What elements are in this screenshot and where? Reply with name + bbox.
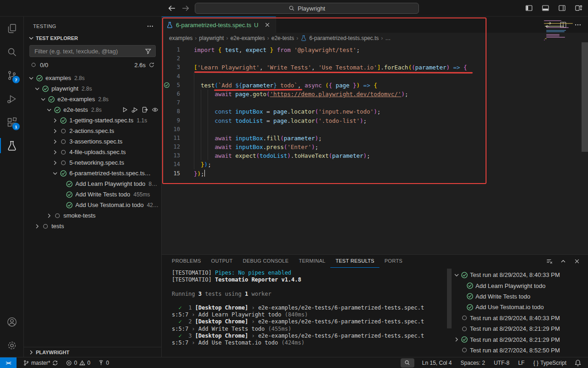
toggle-panel-icon[interactable] — [542, 4, 549, 12]
test-results-output[interactable]: [TESTOMATIO] Pipes: No pipes enabled[TES… — [162, 268, 452, 357]
test-tree-item[interactable]: Add Use Testomat.io todo42… — [24, 200, 161, 210]
close-icon[interactable] — [573, 258, 581, 265]
customize-layout-icon[interactable] — [575, 4, 582, 12]
test-run-item[interactable]: Test run at 8/27/2024, 8:52:50 PM — [452, 345, 588, 356]
code-editor[interactable]: 1import { test, expect } from '@playwrig… — [162, 44, 588, 254]
test-run-item[interactable]: Test run at 8/29/2024, 8:21:29 PM — [452, 334, 588, 345]
run-test-icon[interactable] — [121, 106, 128, 113]
watch-test-icon[interactable] — [152, 106, 158, 113]
test-tree-item[interactable]: 4-file-uploads.spec.ts — [24, 147, 161, 157]
breadcrumb-item[interactable]: e2e-tests — [271, 35, 294, 41]
close-icon[interactable] — [264, 21, 271, 29]
encoding-item[interactable]: UTF-8 — [493, 357, 510, 368]
editor-scrollbar[interactable] — [582, 42, 588, 152]
breadcrumb: examples›playwright›e2e-examples›e2e-tes… — [162, 33, 588, 44]
test-run-item[interactable]: Add Learn Playwright todo — [452, 280, 588, 291]
chevron-down-icon[interactable] — [34, 85, 41, 92]
toggle-secondary-sidebar-icon[interactable] — [558, 4, 566, 12]
test-tree-item[interactable]: 6-parametrized-tests.spec.ts… — [24, 168, 161, 178]
test-run-item[interactable]: Test run at 8/29/2024, 8:21:29 PM — [452, 323, 588, 334]
chevron-down-icon[interactable] — [51, 170, 59, 177]
chevron-right-icon[interactable] — [51, 117, 59, 124]
filter-icon[interactable] — [145, 48, 152, 55]
test-tree-item[interactable]: smoke-tests — [24, 210, 161, 221]
more-actions-icon[interactable] — [147, 23, 154, 30]
panel-tab-terminal[interactable]: TERMINAL — [294, 255, 330, 268]
chevron-right-icon[interactable] — [51, 149, 59, 156]
breadcrumb-item[interactable]: examples — [169, 35, 192, 41]
chevron-down-icon[interactable] — [40, 96, 47, 103]
back-arrow-icon[interactable] — [167, 4, 176, 13]
test-item-duration: 2.8s — [91, 107, 102, 113]
chevron-right-icon[interactable] — [45, 212, 53, 219]
activity-bar-item-run-and-debug[interactable] — [0, 87, 23, 110]
activity-bar-item-source-control[interactable]: 7 — [0, 63, 23, 87]
chevron-down-icon[interactable] — [452, 271, 461, 279]
chevron-down-icon[interactable] — [28, 75, 35, 82]
chevron-right-icon[interactable] — [34, 223, 41, 230]
activity-bar-item-settings[interactable] — [0, 334, 23, 357]
test-tree-item[interactable]: e2e-tests2.8s — [24, 104, 161, 115]
output-line: ✓ 3 [Desktop Chrome] › e2e-examples/e2e-… — [172, 333, 452, 339]
test-tree-item[interactable]: Add Write Tests todo455ms — [24, 189, 161, 200]
activity-bar-item-accounts[interactable] — [0, 310, 23, 334]
test-tree-item[interactable]: 1-getting-started.spec.ts1.1s — [24, 115, 161, 126]
notifications-bell-icon[interactable] — [574, 359, 582, 367]
panel-tab-problems[interactable]: PROBLEMS — [167, 255, 206, 268]
test-tree-item[interactable]: e2e-examples2.8s — [24, 94, 161, 104]
panel-tab-output[interactable]: OUTPUT — [206, 255, 238, 268]
test-run-item[interactable]: Test run at 8/29/2024, 8:40:33 PM — [452, 270, 588, 280]
line-number: 1 — [171, 46, 180, 54]
breadcrumb-item[interactable]: e2e-examples — [230, 35, 265, 41]
refresh-icon[interactable] — [148, 62, 155, 68]
git-branch-item[interactable]: master* — [22, 357, 59, 368]
eol-item[interactable]: LF — [517, 357, 526, 368]
ports-item[interactable]: 0 — [97, 357, 110, 368]
debug-test-icon[interactable] — [131, 106, 138, 113]
breadcrumb-item[interactable]: 6-parametrized-tests.spec.ts — [309, 35, 379, 41]
editor-tab[interactable]: 6-parametrized-tests.spec.ts U — [162, 17, 276, 33]
activity-bar-item-search[interactable] — [0, 40, 23, 63]
test-tree-item[interactable]: 5-networking.spec.ts — [24, 157, 161, 168]
panel-tab-test-results[interactable]: TEST RESULTS — [330, 255, 379, 268]
minimap[interactable] — [544, 20, 577, 40]
test-pass-icon[interactable] — [164, 82, 170, 88]
clear-output-icon[interactable] — [546, 258, 553, 265]
output-scrollbar[interactable] — [447, 269, 452, 328]
chevron-up-icon[interactable] — [560, 258, 567, 265]
test-tree-item[interactable]: examples2.8s — [24, 73, 161, 83]
test-explorer-section-header[interactable]: TEST EXPLORER — [24, 33, 161, 43]
activity-bar-item-extensions[interactable]: 1 — [0, 110, 23, 134]
test-filter-input[interactable] — [34, 47, 145, 55]
command-center-search[interactable]: Playwright — [195, 3, 419, 14]
chevron-right-icon[interactable] — [452, 336, 461, 343]
cursor-position-item[interactable]: Ln 15, Col 4 — [421, 357, 453, 368]
activity-bar-item-explorer[interactable] — [0, 17, 23, 40]
chevron-down-icon[interactable] — [45, 106, 53, 114]
test-tree-item[interactable]: Add Learn Playwright todo8… — [24, 178, 161, 189]
chevron-right-icon[interactable] — [51, 159, 59, 167]
problems-item[interactable]: 0 0 — [65, 357, 91, 368]
toggle-sidebar-icon[interactable] — [525, 4, 533, 12]
panel-tab-ports[interactable]: PORTS — [379, 255, 407, 268]
test-run-item[interactable]: Test run at 8/29/2024, 8:40:33 PM — [452, 313, 588, 323]
test-tree-item[interactable]: playwright2.8s — [24, 83, 161, 94]
indentation-item[interactable]: Spaces: 2 — [460, 357, 486, 368]
breadcrumb-item[interactable]: playwright — [199, 35, 224, 41]
screencast-zoom-item[interactable] — [401, 358, 414, 368]
chevron-right-icon[interactable] — [51, 138, 59, 145]
breadcrumb-item[interactable]: … — [385, 35, 391, 41]
language-mode-item[interactable]: { } TypeScript — [532, 357, 567, 368]
remote-indicator[interactable]: >< — [0, 357, 17, 368]
test-tree-item[interactable]: 2-actions.spec.ts — [24, 126, 161, 136]
panel-tab-debug-console[interactable]: DEBUG CONSOLE — [238, 255, 294, 268]
activity-bar-item-testing[interactable] — [0, 134, 23, 157]
playwright-section[interactable]: PLAYWRIGHT — [24, 347, 161, 357]
chevron-right-icon[interactable] — [51, 127, 59, 135]
test-tree-item[interactable]: 3-assertions.spec.ts — [24, 136, 161, 147]
test-tree-item[interactable]: tests — [24, 221, 161, 231]
test-run-item[interactable]: Add Use Testomat.io todo — [452, 302, 588, 312]
test-run-item[interactable]: Add Write Tests todo — [452, 291, 588, 302]
forward-arrow-icon[interactable] — [181, 4, 190, 13]
goto-test-icon[interactable] — [141, 106, 148, 113]
